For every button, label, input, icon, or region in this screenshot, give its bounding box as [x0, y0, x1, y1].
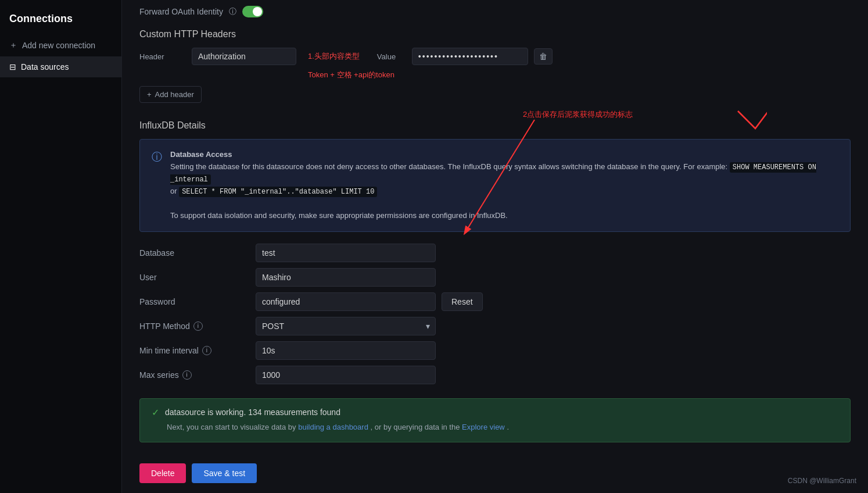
password-label: Password [139, 297, 256, 306]
csdn-watermark: CSDN @WilliamGrant [788, 477, 856, 485]
sidebar-item-label: Data sources [21, 62, 69, 72]
plus-icon: + [147, 90, 152, 99]
http-method-row: HTTP Method i POST GET [139, 317, 851, 335]
sidebar-item-data-sources[interactable]: ⊟ Data sources [0, 56, 121, 77]
influxdb-section: InfluxDB Details ⓘ Database Access Setti… [139, 120, 851, 384]
success-sub2: , or by querying data in the [371, 423, 462, 431]
success-row: ✓ datasource is working. 134 measurement… [152, 407, 838, 418]
password-row: Password Reset [139, 292, 851, 311]
http-method-info-icon[interactable]: i [193, 321, 203, 331]
sidebar-item-label: Add new connection [22, 41, 95, 50]
http-method-select-wrapper: POST GET [256, 317, 436, 335]
info-content: Database Access Setting the database for… [170, 149, 838, 222]
oauth-section: Forward OAuth Identity ⓘ [139, 0, 851, 17]
success-sub1: Next, you can start to visualize data by [167, 423, 298, 431]
min-interval-info-icon[interactable]: i [202, 346, 211, 355]
main-content: Forward OAuth Identity ⓘ Custom HTTP Hea… [122, 0, 868, 493]
building-dashboard-link[interactable]: building a dashboard [298, 423, 368, 431]
info-text1: Setting the database for this datasource… [170, 162, 727, 171]
sidebar: Connections ＋ Add new connection ⊟ Data … [0, 0, 122, 493]
delete-button[interactable]: Delete [139, 463, 186, 483]
http-headers-container: Header 1.头部内容类型 Value 🗑 Token + 空格 +api的… [139, 48, 851, 103]
min-interval-input[interactable] [256, 341, 436, 360]
token-hint: Token + 空格 +api的token [308, 70, 851, 80]
success-check-icon: ✓ [152, 407, 159, 418]
user-label: User [139, 273, 256, 282]
info-icon-oauth: ⓘ [229, 6, 236, 17]
delete-header-button[interactable]: 🗑 [534, 48, 553, 65]
max-series-row: Max series i [139, 366, 851, 384]
info-circle-icon: ⓘ [152, 150, 162, 164]
oauth-toggle[interactable] [242, 6, 263, 17]
min-interval-row: Min time interval i [139, 341, 851, 360]
headers-row: Header 1.头部内容类型 Value 🗑 [139, 48, 851, 65]
influxdb-title: InfluxDB Details [139, 120, 851, 131]
action-bar: Delete Save & test [139, 454, 851, 483]
reset-button[interactable]: Reset [442, 292, 483, 311]
value-input[interactable] [412, 48, 528, 65]
svg-text:2点击保存后泥浆获得成功的标志: 2点击保存后泥浆获得成功的标志 [523, 110, 633, 119]
plus-icon: ＋ [9, 40, 17, 51]
http-headers-title: Custom HTTP Headers [139, 29, 851, 40]
success-sub3: . [507, 423, 509, 431]
sidebar-item-add-connection[interactable]: ＋ Add new connection [0, 34, 121, 56]
db-access-title: Database Access [170, 150, 232, 159]
user-row: User [139, 268, 851, 287]
database-row: Database [139, 244, 851, 262]
header-col-label: Header [139, 52, 186, 61]
http-method-label: HTTP Method i [139, 321, 256, 331]
add-header-label: Add header [155, 90, 194, 99]
oauth-label: Forward OAuth Identity [139, 7, 223, 16]
max-series-label: Max series i [139, 370, 256, 380]
http-method-select[interactable]: POST GET [256, 317, 436, 335]
max-series-input[interactable] [256, 366, 436, 384]
min-interval-label: Min time interval i [139, 346, 256, 355]
max-series-info-icon[interactable]: i [182, 370, 192, 380]
success-banner: ✓ datasource is working. 134 measurement… [139, 398, 851, 442]
info-code2-label: or [170, 187, 179, 195]
value-col-label: Value [377, 52, 406, 61]
info-text2: To support data isolation and security, … [170, 211, 508, 220]
explore-view-link[interactable]: Explore view [462, 423, 505, 431]
database-icon: ⊟ [9, 62, 16, 72]
header-input[interactable] [192, 48, 296, 65]
database-label: Database [139, 248, 256, 258]
password-input[interactable] [256, 292, 436, 311]
user-input[interactable] [256, 268, 436, 287]
annotation1-text: 1.头部内容类型 [308, 51, 360, 62]
database-access-info: ⓘ Database Access Setting the database f… [139, 139, 851, 232]
database-input[interactable] [256, 244, 436, 262]
save-test-button[interactable]: Save & test [192, 463, 257, 483]
success-sub-text: Next, you can start to visualize data by… [152, 421, 838, 434]
add-header-button[interactable]: + Add header [139, 86, 202, 103]
sidebar-title: Connections [0, 6, 121, 34]
success-message: datasource is working. 134 measurements … [165, 408, 340, 417]
info-code2: SELECT * FROM "_internal".."database" LI… [179, 187, 377, 197]
